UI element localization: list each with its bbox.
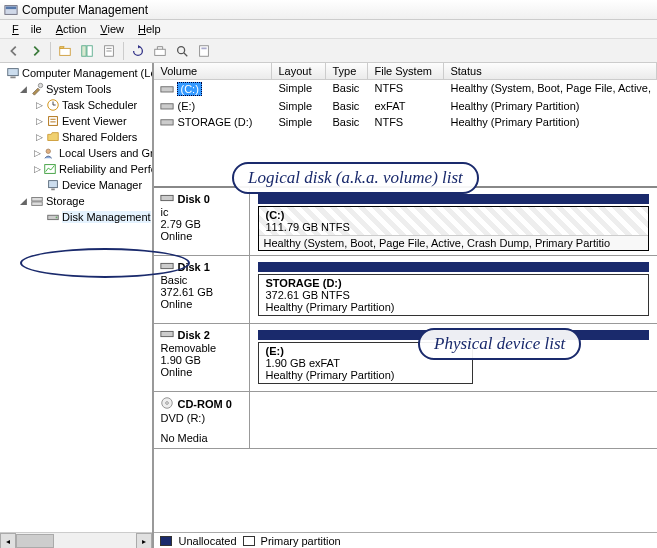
expand-icon[interactable]: ▷ <box>34 116 44 126</box>
volume-header[interactable]: Volume Layout Type File System Status <box>154 63 657 80</box>
disk-name: CD-ROM 0 <box>177 398 231 410</box>
disk-type: ic <box>160 206 243 218</box>
col-layout[interactable]: Layout <box>272 63 326 79</box>
scroll-thumb[interactable] <box>16 534 54 548</box>
svg-rect-31 <box>161 104 173 109</box>
svg-rect-4 <box>87 45 92 56</box>
tree-storage[interactable]: ◢ Storage <box>0 193 152 209</box>
menu-file[interactable]: File <box>6 21 48 37</box>
legend-label: Primary partition <box>261 535 341 547</box>
partition-status: Healthy (Primary Partition) <box>265 301 642 313</box>
expand-icon[interactable]: ▷ <box>34 132 44 142</box>
partition-status: Healthy (Primary Partition) <box>265 369 466 381</box>
refresh-button[interactable] <box>128 41 148 61</box>
clock-icon <box>46 98 60 112</box>
disk-row[interactable]: Disk 2 Removable 1.90 GB Online (E:) 1.9… <box>154 324 657 392</box>
partition-title: STORAGE (D:) <box>265 277 642 289</box>
collapse-icon[interactable]: ◢ <box>18 84 28 94</box>
col-type[interactable]: Type <box>326 63 368 79</box>
partition-subtitle: 372.61 GB NTFS <box>265 289 642 301</box>
users-icon <box>43 146 57 160</box>
partition-status: Healthy (System, Boot, Page File, Active… <box>259 235 648 250</box>
disk-state: Online <box>160 298 243 310</box>
menu-help[interactable]: Help <box>132 21 167 37</box>
disk-summary: Disk 2 Removable 1.90 GB Online <box>154 324 250 391</box>
tree-label: Shared Folders <box>62 131 137 143</box>
partition-box[interactable]: STORAGE (D:) 372.61 GB NTFS Healthy (Pri… <box>258 274 649 316</box>
tree-system-tools[interactable]: ◢ System Tools <box>0 81 152 97</box>
tree-device-manager[interactable]: Device Manager <box>0 177 152 193</box>
disk-state: No Media <box>160 432 243 444</box>
svg-rect-35 <box>161 331 173 336</box>
cdrom-icon <box>160 396 174 412</box>
volume-status: Healthy (Primary Partition) <box>444 99 657 113</box>
window-title: Computer Management <box>22 3 148 17</box>
tree-task-scheduler[interactable]: ▷ Task Scheduler <box>0 97 152 113</box>
tree-reliability[interactable]: ▷ Reliability and Perfor <box>0 161 152 177</box>
scroll-left-button[interactable]: ◂ <box>0 533 16 548</box>
partition-subtitle: 1.90 GB exFAT <box>265 357 466 369</box>
svg-rect-32 <box>161 120 173 125</box>
disk-header-bar <box>258 262 649 272</box>
volume-row[interactable]: STORAGE (D:) Simple Basic NTFS Healthy (… <box>154 114 657 130</box>
svg-rect-2 <box>60 48 71 55</box>
svg-point-15 <box>38 83 42 87</box>
toolbar-separator <box>123 42 124 60</box>
physical-device-list[interactable]: Disk 0 ic 2.79 GB Online (C:) 111.79 GB … <box>154 188 657 548</box>
volume-row[interactable]: (E:) Simple Basic exFAT Healthy (Primary… <box>154 98 657 114</box>
expand-icon[interactable]: ▷ <box>34 100 44 110</box>
disk-row[interactable]: Disk 0 ic 2.79 GB Online (C:) 111.79 GB … <box>154 188 657 256</box>
legend-swatch-unallocated <box>160 536 172 546</box>
find-button[interactable] <box>172 41 192 61</box>
volume-layout: Simple <box>272 115 326 129</box>
volume-fs: NTFS <box>368 81 444 97</box>
tree-shared-folders[interactable]: ▷ Shared Folders <box>0 129 152 145</box>
svg-point-9 <box>178 46 185 53</box>
perf-icon <box>43 162 57 176</box>
up-button[interactable] <box>55 41 75 61</box>
device-icon <box>46 178 60 192</box>
volume-row[interactable]: (C:) Simple Basic NTFS Healthy (System, … <box>154 80 657 98</box>
tree-local-users[interactable]: ▷ Local Users and Grou <box>0 145 152 161</box>
partition-box[interactable]: (C:) 111.79 GB NTFS Healthy (System, Boo… <box>258 206 649 251</box>
export-button[interactable] <box>150 41 170 61</box>
disk-row[interactable]: Disk 1 Basic 372.61 GB Online STORAGE (D… <box>154 256 657 324</box>
menu-action[interactable]: Action <box>50 21 93 37</box>
disk-row[interactable]: CD-ROM 0 DVD (R:) No Media <box>154 392 657 449</box>
col-volume[interactable]: Volume <box>154 63 272 79</box>
expand-icon[interactable]: ▷ <box>34 164 41 174</box>
toolbar <box>0 39 657 63</box>
svg-rect-26 <box>32 198 43 202</box>
tree-root[interactable]: Computer Management (Lo <box>0 65 152 81</box>
partition-box[interactable]: (E:) 1.90 GB exFAT Healthy (Primary Part… <box>258 342 473 384</box>
settings-button[interactable] <box>194 41 214 61</box>
tree-event-viewer[interactable]: ▷ Event Viewer <box>0 113 152 129</box>
properties-button[interactable] <box>99 41 119 61</box>
collapse-icon[interactable]: ◢ <box>18 196 28 206</box>
navigation-tree[interactable]: Computer Management (Lo ◢ System Tools ▷… <box>0 63 154 548</box>
volume-fs: NTFS <box>368 115 444 129</box>
show-hide-tree-button[interactable] <box>77 41 97 61</box>
expand-icon[interactable]: ▷ <box>34 148 41 158</box>
svg-point-29 <box>56 217 58 219</box>
volume-list[interactable]: Volume Layout Type File System Status (C… <box>154 63 657 188</box>
scroll-right-button[interactable]: ▸ <box>136 533 152 548</box>
menubar: File Action View Help <box>0 20 657 39</box>
menu-view[interactable]: View <box>94 21 130 37</box>
disk-name: Disk 1 <box>177 261 209 273</box>
forward-button[interactable] <box>26 41 46 61</box>
back-button[interactable] <box>4 41 24 61</box>
svg-rect-24 <box>49 181 58 188</box>
disk-state: Online <box>160 230 243 242</box>
volume-status: Healthy (Primary Partition) <box>444 115 657 129</box>
disk-icon <box>160 328 174 342</box>
disk-summary: Disk 0 ic 2.79 GB Online <box>154 188 250 255</box>
legend: Unallocated Primary partition <box>154 532 657 548</box>
col-filesystem[interactable]: File System <box>368 63 444 79</box>
tree-hscrollbar[interactable]: ◂ ▸ <box>0 532 152 548</box>
disk-header-bar <box>258 194 649 204</box>
volume-layout: Simple <box>272 81 326 97</box>
volume-fs: exFAT <box>368 99 444 113</box>
tree-disk-management[interactable]: Disk Management <box>0 209 152 225</box>
col-status[interactable]: Status <box>444 63 657 79</box>
